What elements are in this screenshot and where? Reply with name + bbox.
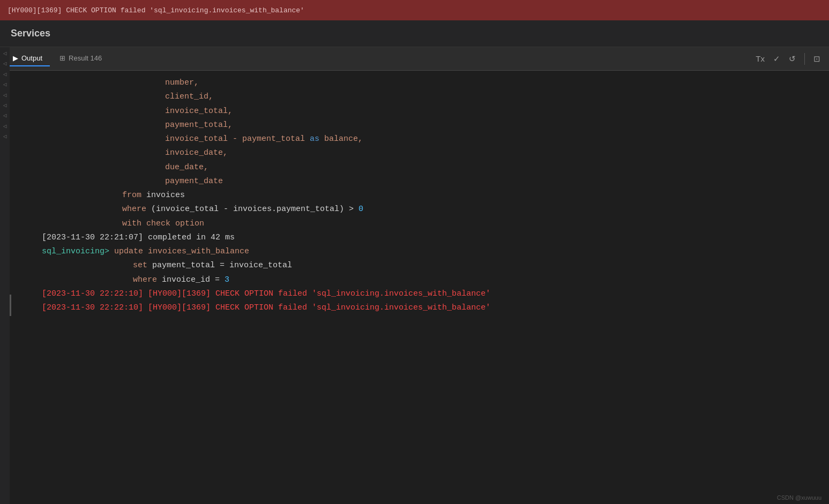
code-line-invoice-date: invoice_date, [26,146,818,160]
title-bar: [HY000][1369] CHECK OPTION failed 'sql_i… [0,0,829,20]
tab-divider [804,53,805,65]
tab-output-label: Output [21,54,42,62]
sidebar-icon-4: ◁ [1,81,9,89]
prompt-line: sql_invoicing> update invoices_with_bala… [26,245,818,259]
prompt-command: update invoices_with_balance [109,247,249,256]
code-line-invoice-total: invoice_total, [26,104,818,118]
sidebar-icon-8: ◁ [1,123,9,131]
code-line-payment-total: payment_total, [26,118,818,132]
sidebar-icon-2: ◁ [1,60,9,68]
services-header: Services [0,20,829,47]
layout-button[interactable]: ⊡ [810,52,824,66]
check-button[interactable]: ✓ [770,52,783,66]
error-line-1: [2023-11-30 22:22:10] [HY000][1369] CHEC… [26,287,818,301]
code-line-where-id: where invoice_id = 3 [26,273,818,287]
code-line-number: number, [26,76,818,90]
code-line-client-id: client_id, [26,90,818,104]
sidebar: ◁ ◁ ◁ ◁ ◁ ◁ ◁ ◁ ◁ [0,47,10,504]
title-bar-text: [HY000][1369] CHECK OPTION failed 'sql_i… [8,6,304,14]
undo-button[interactable]: ↺ [786,52,799,66]
code-line-payment-date: payment_date [26,175,818,189]
sidebar-icon-1: ◁ [1,50,9,58]
error-line-2: [2023-11-30 22:22:10] [HY000][1369] CHEC… [26,301,818,315]
sidebar-icon-9: ◁ [1,133,9,141]
sidebar-icon-7: ◁ [1,112,9,120]
code-line-with: with check option [26,217,818,231]
sidebar-icon-3: ◁ [1,71,9,79]
tx-label: Tx [756,54,765,63]
code-line-from: from invoices [26,189,818,202]
prompt-schema: sql_invoicing> [42,247,109,256]
tab-bar: ▶ Output ⊞ Result 146 Tx ✓ ↺ ⊡ [0,47,829,71]
tab-output[interactable]: ▶ Output [5,51,50,66]
sidebar-icon-6: ◁ [1,102,9,110]
code-line-balance: invoice_total - payment_total as balance… [26,132,818,146]
completed-line: [2023-11-30 22:21:07] completed in 42 ms [26,231,818,245]
tab-result[interactable]: ⊞ Result 146 [52,51,109,66]
tx-button[interactable]: Tx [752,52,768,65]
layout-icon: ⊡ [813,54,820,64]
code-line-due-date: due_date, [26,161,818,175]
services-label: Services [11,28,50,39]
check-icon: ✓ [773,54,780,64]
result-icon: ⊞ [59,54,65,62]
code-line-set: set payment_total = invoice_total [26,259,818,273]
scroll-indicator[interactable] [10,295,11,316]
undo-icon: ↺ [789,54,796,64]
tab-result-label: Result 146 [69,54,102,62]
code-block: number, client_id, invoice_total, paymen… [10,76,829,315]
output-icon: ▶ [13,54,18,62]
main-content[interactable]: number, client_id, invoice_total, paymen… [10,71,829,504]
sidebar-icon-5: ◁ [1,92,9,100]
code-line-where: where (invoice_total - invoices.payment_… [26,202,818,216]
watermark: CSDN @xuwuuu [777,494,821,501]
